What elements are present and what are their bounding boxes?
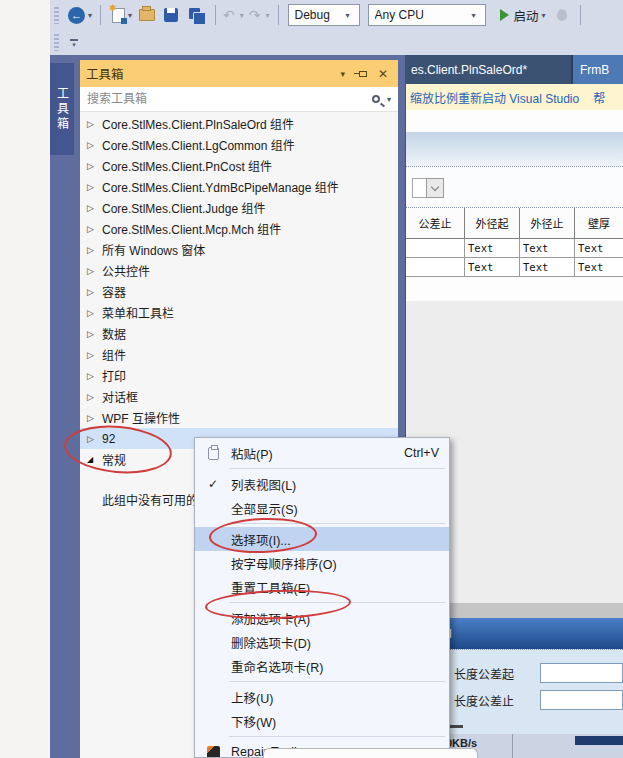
toolbox-category-menus-toolbars[interactable]: ▷菜单和工具栏 xyxy=(80,302,398,323)
toolbox-category-mcpmch[interactable]: ▷Core.StlMes.Client.Mcp.Mch 组件 xyxy=(80,218,398,239)
length-tolerance-end-input[interactable] xyxy=(540,690,623,710)
expander-icon[interactable]: ▷ xyxy=(87,308,102,318)
shortcut-label: Ctrl+V xyxy=(404,446,439,460)
menu-item-list-view[interactable]: ✓ 列表视图(L) xyxy=(195,472,449,496)
performance-icon[interactable] xyxy=(557,9,567,21)
start-caret-icon[interactable]: ▾ xyxy=(542,11,546,20)
menu-item-delete-tab[interactable]: 删除选项卡(D) xyxy=(195,630,449,654)
chevron-down-icon: ▾ xyxy=(346,11,350,20)
help-link[interactable]: 帮 xyxy=(593,89,605,106)
grid-cell[interactable] xyxy=(406,258,465,277)
expander-icon[interactable]: ▷ xyxy=(87,413,102,423)
save-all-icon[interactable] xyxy=(189,8,204,23)
open-file-icon[interactable] xyxy=(139,9,155,21)
toolbar-grip[interactable] xyxy=(54,7,59,24)
grid-header[interactable]: 公差止 xyxy=(406,208,465,239)
grid-cell[interactable]: Text xyxy=(520,239,575,258)
menu-separator xyxy=(229,681,445,682)
grid-header[interactable]: 壁厚 xyxy=(575,208,623,239)
toolbox-category-dialogs[interactable]: ▷对话框 xyxy=(80,386,398,407)
platform-dropdown[interactable]: Any CPU ▾ xyxy=(368,4,486,26)
toolbox-category-wpf-interop[interactable]: ▷WPF 互操作性 xyxy=(80,407,398,428)
toolbox-category-lgcommon[interactable]: ▷Core.StlMes.Client.LgCommon 组件 xyxy=(80,134,398,155)
configuration-value: Debug xyxy=(295,8,340,22)
search-options-caret-icon[interactable]: ▾ xyxy=(387,95,391,104)
toolbox-category-common-controls[interactable]: ▷公共控件 xyxy=(80,260,398,281)
undo-caret-icon[interactable]: ▾ xyxy=(240,11,244,20)
save-icon[interactable] xyxy=(164,8,178,22)
grid-cell[interactable]: Text xyxy=(465,258,520,277)
restart-link[interactable]: 缩放比例重新启动 Visual Studio xyxy=(410,89,579,106)
redo-caret-icon[interactable]: ▾ xyxy=(266,11,270,20)
toolbar-grip[interactable] xyxy=(54,34,59,51)
expander-icon[interactable]: ▷ xyxy=(87,350,102,360)
toolbox-category-judge[interactable]: ▷Core.StlMes.Client.Judge 组件 xyxy=(80,197,398,218)
expander-icon[interactable]: ▷ xyxy=(87,245,102,255)
new-item-icon[interactable] xyxy=(112,8,125,23)
tab-frmb[interactable]: FrmB xyxy=(573,55,623,84)
run-icon[interactable] xyxy=(500,9,509,21)
pin-icon[interactable] xyxy=(359,71,367,77)
grid-row: Text Text Text xyxy=(406,239,623,258)
start-button[interactable]: 启动 xyxy=(514,6,539,25)
close-icon[interactable]: ✕ xyxy=(378,68,388,80)
expander-icon[interactable]: ▷ xyxy=(87,119,102,129)
designer-combobox[interactable] xyxy=(412,178,444,198)
navigate-back-icon[interactable]: ← xyxy=(68,7,85,24)
toolbox-category-printing[interactable]: ▷打印 xyxy=(80,365,398,386)
toolbox-category-ydmbcpipemanage[interactable]: ▷Core.StlMes.Client.YdmBcPipeManage 组件 xyxy=(80,176,398,197)
tab-plnsaleord[interactable]: es.Client.PlnSaleOrd* xyxy=(406,55,573,84)
grid-header[interactable]: 外径起 xyxy=(465,208,520,239)
length-tolerance-start-input[interactable] xyxy=(540,663,623,683)
toolbox-vertical-tab[interactable]: 工具箱 xyxy=(50,63,74,155)
expander-icon[interactable]: ▷ xyxy=(87,371,102,381)
expander-icon[interactable]: ▷ xyxy=(87,203,102,213)
toolbar-separator xyxy=(278,5,279,25)
grid-cell[interactable]: Text xyxy=(465,239,520,258)
expander-icon[interactable]: ▷ xyxy=(87,266,102,276)
expander-icon[interactable]: ▷ xyxy=(87,329,102,339)
menu-item-move-down[interactable]: 下移(W) xyxy=(195,709,449,733)
grid-cell[interactable]: Text xyxy=(575,258,623,277)
toolbox-category-plnsaleord[interactable]: ▷Core.StlMes.Client.PlnSaleOrd 组件 xyxy=(80,113,398,134)
undo-icon[interactable]: ↶ xyxy=(223,8,235,22)
data-grid: 公差止 外径起 外径止 壁厚 Text Text Text Text Text … xyxy=(406,208,623,277)
tooltip-box xyxy=(263,748,478,758)
expander-icon[interactable]: ▷ xyxy=(87,287,102,297)
search-icon[interactable] xyxy=(372,95,380,103)
menu-item-paste[interactable]: 粘贴(P) Ctrl+V xyxy=(195,441,449,465)
toolbox-search-row: ▾ xyxy=(80,87,398,112)
menu-item-rename-tab[interactable]: 重命名选项卡(R) xyxy=(195,654,449,678)
notification-bar: 缩放比例重新启动 Visual Studio 帮 xyxy=(406,84,623,110)
resize-grip[interactable] xyxy=(448,725,463,728)
expander-icon[interactable]: ▷ xyxy=(87,140,102,150)
expander-icon[interactable]: ▷ xyxy=(87,392,102,402)
window-position-icon[interactable]: ▾ xyxy=(340,69,345,79)
toolbar-overflow-icon[interactable]: ▾ xyxy=(70,39,78,47)
grid-row: Text Text Text xyxy=(406,258,623,277)
search-input[interactable] xyxy=(80,92,372,106)
menu-item-sort-alphabetically[interactable]: 按字母顺序排序(O) xyxy=(195,551,449,575)
toolbox-category-pncost[interactable]: ▷Core.StlMes.Client.PnCost 组件 xyxy=(80,155,398,176)
main-toolbar: ← ▾ ▾ ↶ ▾ ↷ ▾ Debug ▾ Any CPU ▾ 启动 ▾ xyxy=(50,0,623,55)
grid-cell[interactable]: Text xyxy=(575,239,623,258)
toolbox-title-bar[interactable]: 工具箱 ▾ ✕ xyxy=(80,60,398,87)
expander-icon[interactable]: ▷ xyxy=(87,224,102,234)
redo-icon[interactable]: ↷ xyxy=(249,8,261,22)
toolbox-category-containers[interactable]: ▷容器 xyxy=(80,281,398,302)
new-item-caret-icon[interactable]: ▾ xyxy=(128,11,132,20)
toolbox-category-data[interactable]: ▷数据 xyxy=(80,323,398,344)
expander-icon[interactable]: ▷ xyxy=(87,182,102,192)
grid-cell[interactable] xyxy=(406,239,465,258)
expander-icon[interactable]: ▷ xyxy=(87,161,102,171)
menu-item-move-up[interactable]: 上移(U) xyxy=(195,685,449,709)
toolbox-category-all-winforms[interactable]: ▷所有 Windows 窗体 xyxy=(80,239,398,260)
navigate-caret-icon[interactable]: ▾ xyxy=(88,11,92,20)
bottom-navy-strip xyxy=(575,736,623,745)
grid-cell[interactable]: Text xyxy=(520,258,575,277)
grid-header[interactable]: 外径止 xyxy=(520,208,575,239)
menu-item-show-all[interactable]: 全部显示(S) xyxy=(195,496,449,520)
toolbox-category-components[interactable]: ▷组件 xyxy=(80,344,398,365)
form-surface xyxy=(406,166,623,208)
configuration-dropdown[interactable]: Debug ▾ xyxy=(288,4,360,26)
